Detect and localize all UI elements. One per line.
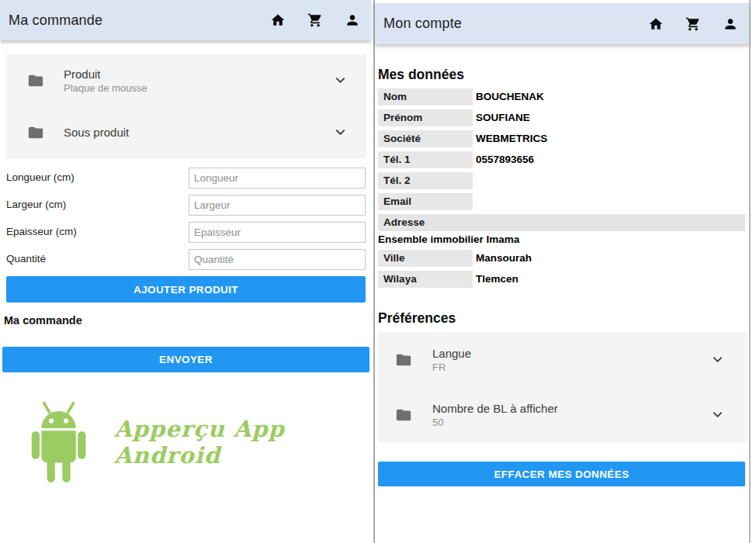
quantite-input[interactable]: [189, 249, 366, 270]
data-row-label: Nom: [378, 88, 473, 105]
data-row-email: Email: [378, 193, 745, 210]
data-row-societe: Société WEBMETRICS: [378, 130, 745, 147]
accordion-sublabel: FR: [432, 361, 471, 373]
header-actions: [270, 12, 360, 28]
longueur-input[interactable]: [189, 168, 366, 188]
data-row-label: Société: [378, 130, 473, 147]
accordion-text: Langue FR: [432, 347, 471, 373]
data-row-label: Prénom: [378, 109, 473, 126]
data-row-value: BOUCHENAK: [476, 88, 544, 105]
folder-icon: [395, 351, 412, 368]
field-label-largeur: Largeur (cm): [0, 195, 189, 210]
chevron-down-icon[interactable]: [710, 407, 725, 422]
folder-icon: [27, 124, 44, 141]
accordion-label: Sous produit: [64, 126, 129, 139]
address-row-label: Adresse: [378, 214, 745, 231]
accordion-text: Produit Plaque de mousse: [64, 67, 147, 94]
data-row-label: Tél. 2: [378, 172, 473, 189]
field-label-epaisseur: Epaisseur (cm): [0, 222, 189, 237]
accordion-sublabel: 50: [432, 417, 558, 428]
app-preview-caption: Apperçu App Android: [114, 416, 371, 469]
android-logo: Apperçu App Android: [0, 394, 371, 489]
pref-item-langue[interactable]: Langue FR: [378, 332, 747, 387]
product-accordion-panel: Produit Plaque de mousse Sous produit: [6, 54, 366, 159]
folder-icon: [395, 406, 412, 424]
form-row: Largeur (cm): [0, 195, 371, 216]
page-title: Ma commande: [9, 12, 270, 29]
data-row-value: SOUFIANE: [476, 109, 530, 126]
preferences-title: Préférences: [378, 310, 745, 327]
folder-icon: [27, 72, 44, 89]
right-screen: Mon compte Mes données Nom BOUCHENAK Pré…: [373, 0, 751, 543]
order-section-label: Ma commande: [4, 314, 371, 327]
accordion-item-produit[interactable]: Produit Plaque de mousse: [6, 54, 366, 106]
epaisseur-input[interactable]: [189, 222, 366, 243]
preferences-panel: Langue FR Nombre de BL à afficher 50: [378, 332, 747, 442]
chevron-down-icon[interactable]: [710, 352, 725, 367]
chevron-down-icon[interactable]: [333, 73, 348, 88]
chevron-down-icon[interactable]: [333, 125, 348, 140]
accordion-text: Sous produit: [64, 126, 129, 139]
pref-item-nb-bl[interactable]: Nombre de BL à afficher 50: [378, 387, 747, 442]
data-row-prenom: Prénom SOUFIANE: [378, 109, 745, 126]
header-actions: [648, 16, 738, 32]
data-row-nom: Nom BOUCHENAK: [378, 88, 745, 105]
data-row-label: Wilaya: [378, 271, 473, 288]
app-header-left: Ma commande: [0, 0, 371, 40]
field-label-quantite: Quantité: [0, 249, 189, 265]
data-row-ville: Ville Mansourah: [378, 250, 745, 267]
home-icon[interactable]: [270, 12, 286, 28]
accordion-sublabel: Plaque de mousse: [64, 82, 147, 94]
field-label-longueur: Longueur (cm): [0, 168, 189, 183]
accordion-label: Nombre de BL à afficher: [432, 402, 558, 415]
shopping-cart-icon[interactable]: [307, 12, 323, 28]
shopping-cart-icon[interactable]: [685, 16, 701, 32]
data-row-value: Tlemcen: [476, 271, 518, 288]
effacer-donnees-button[interactable]: EFFACER MES DONNÉES: [378, 462, 745, 486]
account-content: Mes données Nom BOUCHENAK Prénom SOUFIAN…: [375, 67, 749, 486]
android-robot-icon: [28, 394, 89, 489]
data-row-tel2: Tél. 2: [378, 172, 745, 189]
person-icon[interactable]: [723, 16, 738, 32]
ajouter-produit-button[interactable]: AJOUTER PRODUIT: [6, 276, 366, 303]
largeur-input[interactable]: [189, 195, 366, 216]
form-row: Quantité: [0, 249, 371, 270]
my-data-title: Mes données: [378, 67, 745, 83]
accordion-item-sous-produit[interactable]: Sous produit: [6, 106, 366, 158]
envoyer-button[interactable]: ENVOYER: [2, 347, 369, 372]
form-row: Epaisseur (cm): [0, 222, 371, 243]
data-row-label: Email: [378, 193, 473, 210]
data-row-label: Tél. 1: [378, 151, 473, 168]
data-row-tel1: Tél. 1 0557893656: [378, 151, 745, 168]
page-title: Mon compte: [383, 16, 648, 32]
data-row-wilaya: Wilaya Tlemcen: [378, 271, 745, 288]
product-form: Longueur (cm) Largeur (cm) Epaisseur (cm…: [0, 168, 371, 270]
left-screen: Ma commande Produit Plaque de mousse Sou…: [0, 0, 371, 543]
app-header-right: Mon compte: [375, 3, 749, 44]
data-row-value: Mansourah: [476, 250, 532, 267]
data-row-value: 0557893656: [476, 151, 534, 168]
form-row: Longueur (cm): [0, 168, 371, 188]
accordion-label: Produit: [64, 67, 147, 81]
data-row-value: WEBMETRICS: [476, 130, 547, 147]
accordion-label: Langue: [432, 347, 471, 360]
accordion-text: Nombre de BL à afficher 50: [432, 402, 558, 428]
address-value: Ensemble immobilier Imama: [378, 233, 745, 245]
data-row-label: Ville: [378, 250, 473, 267]
home-icon[interactable]: [648, 16, 664, 32]
canvas: Ma commande Produit Plaque de mousse Sou…: [0, 0, 756, 543]
person-icon[interactable]: [345, 12, 360, 28]
